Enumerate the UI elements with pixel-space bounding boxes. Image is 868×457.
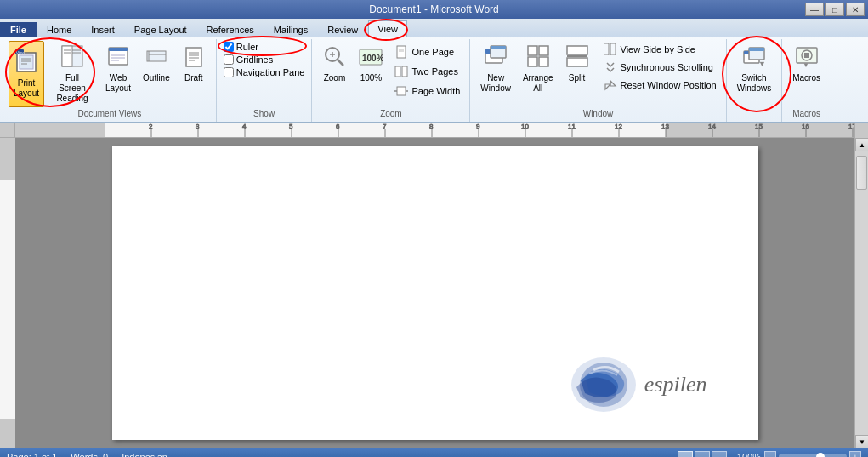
new-window-button[interactable]: NewWindow bbox=[475, 41, 516, 97]
macros-button[interactable]: ▼ Macros bbox=[787, 41, 825, 87]
navigation-pane-checkbox[interactable] bbox=[224, 67, 234, 77]
view-side-by-side-icon bbox=[604, 43, 617, 55]
macros-icon: ▼ bbox=[795, 44, 819, 71]
scroll-track[interactable] bbox=[855, 151, 868, 435]
window-controls: — □ ✕ bbox=[805, 3, 865, 16]
arrange-all-label: ArrangeAll bbox=[523, 73, 553, 94]
synchronous-scrolling-button[interactable]: Synchronous Scrolling bbox=[599, 59, 721, 76]
zoom-slider[interactable] bbox=[779, 454, 847, 457]
new-window-label: NewWindow bbox=[480, 73, 511, 94]
svg-text:2: 2 bbox=[149, 123, 153, 130]
one-page-icon bbox=[394, 45, 408, 59]
page-status: Page: 1 of 1 bbox=[7, 452, 57, 457]
close-button[interactable]: ✕ bbox=[846, 3, 865, 16]
split-button[interactable]: Split bbox=[560, 41, 594, 87]
full-screen-mode-button[interactable] bbox=[695, 451, 710, 457]
vertical-scrollbar: ▲ ▼ bbox=[854, 138, 868, 448]
zoom-slider-thumb[interactable] bbox=[816, 453, 825, 457]
svg-text:7: 7 bbox=[383, 123, 387, 130]
tab-insert[interactable]: Insert bbox=[82, 21, 124, 37]
two-pages-label: Two Pages bbox=[411, 66, 457, 77]
macros-group-label: Macros bbox=[787, 107, 825, 120]
draft-button[interactable]: Draft bbox=[177, 41, 211, 87]
arrange-all-button[interactable]: ArrangeAll bbox=[518, 41, 559, 97]
print-view-mode-button[interactable] bbox=[678, 451, 693, 457]
svg-line-27 bbox=[338, 60, 343, 66]
svg-rect-1 bbox=[20, 55, 33, 69]
svg-rect-18 bbox=[147, 51, 166, 61]
maximize-button[interactable]: □ bbox=[825, 3, 844, 16]
tab-view[interactable]: View bbox=[368, 20, 407, 37]
tab-review[interactable]: Review bbox=[318, 21, 367, 37]
tab-file[interactable]: File bbox=[0, 22, 37, 37]
scroll-down-button[interactable]: ▼ bbox=[855, 435, 868, 448]
window-group-label: Window bbox=[475, 107, 720, 120]
ribbon-group-document-views: View PrintLayout bbox=[3, 39, 217, 122]
navigation-pane-checkbox-item[interactable]: Navigation Pane bbox=[222, 66, 307, 78]
vertical-ruler bbox=[0, 138, 15, 448]
svg-rect-32 bbox=[397, 46, 406, 58]
tab-page-layout[interactable]: Page Layout bbox=[125, 21, 196, 37]
macros-content: ▼ Macros bbox=[787, 41, 825, 107]
outline-label: Outline bbox=[143, 73, 170, 83]
svg-text:▼: ▼ bbox=[758, 60, 766, 68]
full-screen-reading-icon bbox=[60, 44, 84, 71]
outline-button[interactable]: Outline bbox=[138, 41, 175, 87]
scroll-thumb[interactable] bbox=[856, 156, 867, 190]
page-width-label: Page Width bbox=[411, 86, 460, 96]
view-side-by-side-button[interactable]: View Side by Side bbox=[599, 41, 721, 58]
ruler-label: Ruler bbox=[236, 42, 258, 52]
svg-rect-37 bbox=[397, 87, 406, 95]
svg-text:▼: ▼ bbox=[803, 61, 809, 68]
page-width-button[interactable]: Page Width bbox=[390, 82, 464, 100]
svg-rect-98 bbox=[0, 180, 15, 419]
web-view-mode-button[interactable] bbox=[712, 451, 727, 457]
tab-references[interactable]: References bbox=[197, 21, 264, 37]
svg-text:11: 11 bbox=[568, 123, 576, 130]
zoom-in-button[interactable]: + bbox=[849, 451, 861, 457]
svg-text:14: 14 bbox=[708, 123, 716, 130]
svg-text:3: 3 bbox=[196, 123, 200, 130]
svg-rect-21 bbox=[186, 48, 201, 66]
reset-window-position-button[interactable]: Reset Window Position bbox=[599, 77, 721, 94]
status-bar: Page: 1 of 1 Words: 0 Indonesian 100% − … bbox=[0, 448, 868, 457]
minimize-button[interactable]: — bbox=[805, 3, 824, 16]
svg-rect-46 bbox=[528, 57, 537, 66]
svg-rect-14 bbox=[109, 48, 128, 51]
status-right: 100% − + bbox=[678, 451, 861, 457]
tab-mailings[interactable]: Mailings bbox=[264, 21, 317, 37]
ribbon-group-macros: ▼ Macros Macros bbox=[782, 39, 831, 122]
window-small-buttons: View Side by Side Synchronous Scrolling … bbox=[599, 41, 721, 94]
document-views-content: View PrintLayout bbox=[9, 41, 211, 107]
web-layout-button[interactable]: WebLayout bbox=[100, 41, 136, 97]
zoom-button[interactable]: Zoom bbox=[317, 41, 351, 87]
ruler-checkbox[interactable] bbox=[224, 42, 234, 52]
gridlines-checkbox[interactable] bbox=[224, 54, 234, 65]
svg-text:15: 15 bbox=[755, 123, 763, 130]
svg-text:12: 12 bbox=[615, 123, 622, 130]
svg-text:5: 5 bbox=[289, 123, 293, 130]
scroll-up-button[interactable]: ▲ bbox=[855, 138, 868, 151]
svg-rect-35 bbox=[395, 66, 400, 77]
full-screen-reading-button[interactable]: Full ScreenReading bbox=[46, 41, 99, 107]
tab-home[interactable]: Home bbox=[37, 21, 81, 37]
two-pages-button[interactable]: Two Pages bbox=[390, 62, 464, 81]
svg-text:100%: 100% bbox=[362, 54, 383, 63]
switch-windows-group-label bbox=[732, 117, 777, 120]
100percent-button[interactable]: 100% 100% bbox=[353, 41, 389, 87]
ruler-checkbox-item[interactable]: Ruler bbox=[222, 41, 307, 53]
svg-rect-44 bbox=[528, 46, 537, 55]
ribbon-group-zoom: Zoom 100% 100% One Page Two Pa bbox=[312, 39, 470, 122]
ribbon-group-switch-windows: ▼ SwitchWindows bbox=[727, 39, 783, 122]
window-title: Document1 - Microsoft Word bbox=[0, 3, 868, 15]
svg-text:17: 17 bbox=[848, 123, 854, 130]
print-layout-button[interactable]: View PrintLayout bbox=[9, 41, 44, 107]
gridlines-label: Gridlines bbox=[236, 54, 273, 65]
svg-rect-56 bbox=[749, 48, 764, 51]
switch-windows-button[interactable]: ▼ SwitchWindows bbox=[732, 41, 777, 97]
zoom-controls: − + bbox=[764, 451, 861, 457]
zoom-out-button[interactable]: − bbox=[764, 451, 776, 457]
one-page-button[interactable]: One Page bbox=[390, 43, 464, 61]
gridlines-checkbox-item[interactable]: Gridlines bbox=[222, 54, 307, 66]
espilen-logo-svg bbox=[568, 355, 640, 414]
